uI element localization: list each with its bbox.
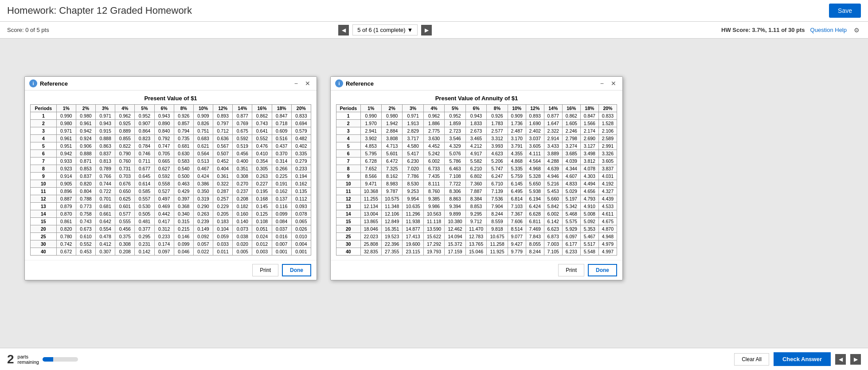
value-cell: 3.889	[544, 150, 562, 157]
done-button-right[interactable]: Done	[588, 264, 617, 276]
value-cell: 0.208	[115, 248, 135, 256]
period-cell: 7	[31, 157, 57, 165]
minimize-button-left[interactable]: −	[293, 80, 300, 87]
nav-label[interactable]: 5 of 6 (1 complete) ▼	[352, 24, 418, 35]
value-cell: 4.997	[598, 248, 617, 256]
value-cell: 9.427	[508, 240, 526, 248]
period-cell: 40	[336, 248, 361, 256]
progress-bar	[43, 357, 78, 362]
value-cell: 6.210	[465, 165, 486, 173]
close-button-left[interactable]: ✕	[303, 80, 312, 87]
reference-panel-left: i Reference − ✕ Present Value of $1 Peri…	[24, 76, 317, 280]
value-cell: 0.078	[291, 210, 311, 218]
value-cell: 0.442	[154, 210, 174, 218]
value-cell: 0.183	[213, 218, 233, 225]
settings-icon[interactable]: ⚙	[852, 26, 861, 35]
table-row: 250.7800.6100.4780.3750.2950.2330.1460.0…	[31, 233, 311, 240]
value-cell: 4.979	[598, 240, 617, 248]
value-cell: 0.847	[580, 112, 598, 120]
value-cell: 0.386	[193, 180, 213, 188]
value-cell: 3.605	[598, 157, 617, 165]
clear-all-button[interactable]: Clear All	[734, 353, 769, 366]
table-row: 54.8534.7134.5804.4524.3294.2123.9933.79…	[336, 142, 617, 150]
value-cell: 0.888	[96, 135, 115, 142]
score-label: Score: 0 of 5 pts	[7, 27, 49, 33]
minimize-button-right[interactable]: −	[598, 80, 606, 87]
value-cell: 0.943	[154, 112, 174, 120]
value-cell: 14.877	[403, 225, 423, 233]
done-button-left[interactable]: Done	[282, 264, 311, 276]
question-help-link[interactable]: Question Help	[810, 27, 847, 33]
next-question-button[interactable]: ▶	[421, 25, 432, 35]
value-cell: 6.233	[562, 248, 580, 256]
value-cell: 1.736	[508, 120, 526, 127]
period-cell: 20	[336, 225, 361, 233]
period-cell: 12	[336, 195, 361, 203]
period-cell: 10	[31, 180, 57, 188]
value-cell: 3.902	[360, 135, 381, 142]
period-cell: 1	[31, 112, 57, 120]
value-cell: 0.540	[174, 165, 193, 173]
prev-question-button[interactable]: ◀	[338, 25, 349, 35]
value-cell: 0.007	[272, 240, 291, 248]
value-cell: 0.174	[154, 240, 174, 248]
check-answer-button[interactable]: Check Answer	[774, 352, 831, 366]
value-cell: 15.372	[445, 240, 465, 248]
value-cell: 0.135	[291, 188, 311, 195]
value-cell: 0.402	[291, 142, 311, 150]
table-row: 150.8610.7430.6420.5550.4810.4170.3150.2…	[31, 218, 311, 225]
save-button[interactable]: Save	[829, 4, 861, 18]
value-cell: 0.137	[272, 195, 291, 203]
value-cell: 9.077	[508, 233, 526, 240]
value-cell: 7.325	[381, 165, 402, 173]
value-cell: 0.703	[115, 173, 135, 180]
value-cell: 0.112	[291, 195, 311, 203]
period-cell: 14	[336, 210, 361, 218]
print-button-right[interactable]: Print	[558, 264, 584, 276]
table-row: 43.9023.8083.7173.6303.5463.4653.3123.17…	[336, 135, 617, 142]
value-cell: 0.583	[174, 157, 193, 165]
value-cell: 19.600	[403, 240, 423, 248]
value-cell: 0.481	[135, 218, 154, 225]
value-cell: 0.507	[213, 150, 233, 157]
value-cell: 0.519	[233, 142, 252, 150]
value-cell: 0.065	[291, 218, 311, 225]
value-cell: 0.033	[213, 240, 233, 248]
value-cell: 4.917	[465, 150, 486, 157]
col-header: 4%	[115, 105, 135, 112]
value-cell: 0.943	[96, 120, 115, 127]
value-cell: 0.527	[154, 188, 174, 195]
value-cell: 0.001	[272, 248, 291, 256]
value-cell: 2.991	[598, 142, 617, 150]
value-cell: 0.046	[174, 248, 193, 256]
value-cell: 0.554	[96, 225, 115, 233]
bottom-prev-button[interactable]: ◀	[835, 354, 846, 365]
value-cell: 0.760	[115, 157, 135, 165]
table-row: 70.9330.8710.8130.7600.7110.6650.5830.51…	[31, 157, 311, 165]
value-cell: 0.010	[291, 233, 311, 240]
value-cell: 5.216	[544, 180, 562, 188]
close-button-right[interactable]: ✕	[609, 80, 618, 87]
value-cell: 6.873	[544, 233, 562, 240]
ref-header-right-panel: i Reference − ✕	[331, 77, 622, 91]
value-cell: 0.804	[76, 188, 95, 195]
score-bar: Score: 0 of 5 pts ◀ 5 of 6 (1 complete) …	[0, 22, 868, 39]
value-cell: 0.022	[193, 248, 213, 256]
value-cell: 0.641	[252, 127, 272, 135]
value-cell: 0.145	[252, 203, 272, 210]
value-cell: 4.344	[562, 165, 580, 173]
value-cell: 11.258	[487, 240, 508, 248]
print-button-left[interactable]: Print	[252, 264, 278, 276]
value-cell: 0.308	[115, 240, 135, 248]
value-cell: 0.862	[252, 112, 272, 120]
value-cell: 0.840	[154, 127, 174, 135]
period-cell: 14	[31, 210, 57, 218]
value-cell: 0.208	[233, 195, 252, 203]
value-cell: 0.263	[193, 210, 213, 218]
value-cell: 2.914	[544, 135, 562, 142]
bottom-next-button[interactable]: ▶	[850, 354, 861, 365]
value-cell: 0.914	[56, 173, 76, 180]
value-cell: 0.012	[252, 240, 272, 248]
table-row: 1211.25510.5759.9549.3858.8638.3847.5366…	[336, 195, 617, 203]
value-cell: 0.191	[272, 180, 291, 188]
